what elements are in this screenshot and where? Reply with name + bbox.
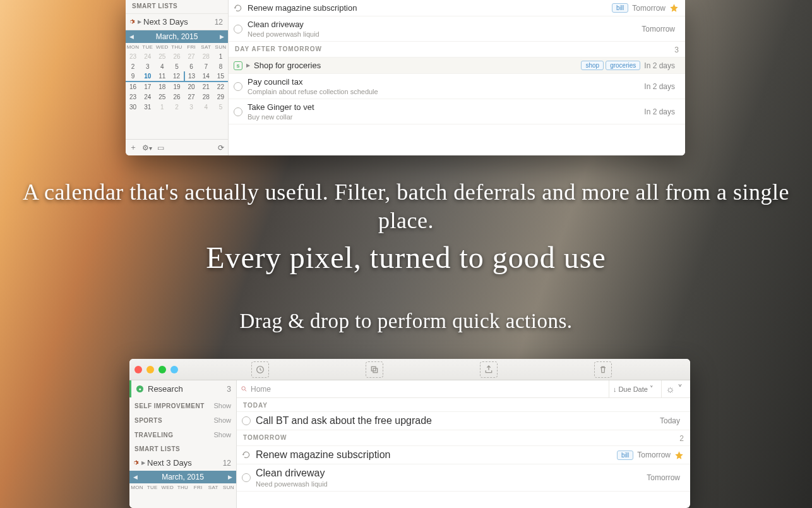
window-controls [134, 366, 178, 373]
task-row[interactable]: Call BT and ask about the free upgrade T… [237, 412, 690, 430]
section-count: 2 [679, 434, 684, 443]
sidebar-item-next-3-days[interactable]: ▶ Next 3 Days 12 [129, 455, 236, 471]
sidebar-item-count: 12 [215, 18, 223, 27]
drop-delete[interactable] [594, 361, 612, 378]
clock-icon [255, 365, 265, 375]
task-row[interactable]: s ▶ Shop for groceries shop groceries In… [229, 57, 685, 74]
task-title: Call BT and ask about the free upgrade [256, 415, 660, 426]
sidebar-section-traveling[interactable]: TRAVELING Show [129, 426, 236, 441]
task-checkbox[interactable] [234, 107, 242, 116]
task-list: Renew magazine subscription bill Tomorro… [229, 0, 685, 155]
calendar-grid[interactable]: MONTUEWEDTHUFRISATSUN [129, 483, 236, 492]
task-note: Complain about refuse collection schedul… [248, 88, 644, 95]
calendar-next-button[interactable]: ▶ [220, 33, 224, 40]
task-checkbox[interactable] [234, 82, 242, 91]
task-title: Shop for groceries [254, 61, 581, 70]
disclosure-triangle-icon: ▶ [141, 460, 145, 466]
task-note: Need powerwash liquid [256, 480, 647, 488]
sublist-indicator-icon[interactable]: s [234, 61, 242, 70]
drop-share[interactable] [480, 361, 498, 378]
task-due: In 2 days [644, 107, 675, 116]
list-toolbar: Home ↓ Due Date ˅ ☼ ˅ [237, 380, 690, 398]
disclosure-triangle-icon[interactable]: ▶ [246, 63, 250, 68]
task-tag[interactable]: bill [612, 3, 628, 13]
sidebar-item-label: Research [148, 384, 227, 394]
marketing-line-1: A calendar that's actually useful. Filte… [0, 178, 812, 235]
task-tag[interactable]: shop [581, 61, 604, 70]
task-checkbox[interactable] [234, 25, 242, 33]
zoom-button[interactable] [158, 366, 166, 373]
task-row[interactable]: Pay council tax Complain about refuse co… [229, 74, 685, 99]
duplicate-icon [369, 365, 379, 375]
extra-button[interactable] [170, 366, 178, 373]
sidebar-section-self-improvement[interactable]: SELF IMPROVEMENT Show [129, 397, 236, 412]
section-show-button[interactable]: Show [213, 431, 231, 438]
calendar-header: ◀ March, 2015 ▶ [126, 30, 228, 43]
sidebar-footer: ＋ ⚙︎▾ ▭ ⟳ [126, 139, 228, 155]
calendar-prev-button[interactable]: ◀ [133, 474, 138, 480]
section-header-tomorrow: TOMORROW 2 [237, 430, 690, 446]
marketing-line-3: Drag & drop to perform quick actions. [0, 310, 812, 333]
calendar-prev-button[interactable]: ◀ [129, 33, 134, 40]
task-due: Tomorrow [632, 4, 666, 13]
task-title: Clean driveway [248, 20, 642, 29]
share-icon [484, 365, 494, 375]
task-tag[interactable]: bill [617, 451, 633, 460]
repeat-icon [234, 4, 242, 13]
sync-button[interactable]: ⟳ [218, 143, 224, 152]
calendar-next-button[interactable]: ▶ [228, 474, 232, 480]
section-show-button[interactable]: Show [213, 402, 231, 409]
task-due: In 2 days [644, 82, 675, 91]
gear-icon [132, 459, 139, 466]
bottom-app-window: ● Research 3 SELF IMPROVEMENT Show SPORT… [129, 359, 690, 508]
list-color-icon: ● [136, 385, 143, 392]
drop-schedule[interactable] [251, 361, 269, 378]
sidebar-item-next-3-days[interactable]: ▶ Next 3 Days 12 [126, 13, 228, 30]
task-checkbox[interactable] [242, 416, 251, 425]
task-note: Need powerwash liquid [248, 30, 642, 38]
sidebar-section-smart-lists: SMART LISTS [126, 0, 228, 13]
section-header-day-after-tomorrow: DAY AFTER TOMORROW 3 [229, 42, 685, 57]
sidebar-item-label: Next 3 Days [147, 458, 223, 468]
task-row[interactable]: Renew magazine subscription bill Tomorro… [229, 0, 685, 16]
task-due: In 2 days [644, 61, 675, 70]
task-row[interactable]: Take Ginger to vet Buy new collar In 2 d… [229, 99, 685, 124]
sidebar-item-count: 3 [227, 385, 231, 394]
task-due: Tomorrow [637, 451, 671, 459]
sidebar-section-smart-lists: SMART LISTS [129, 441, 236, 455]
drop-targets [178, 361, 685, 378]
task-tag[interactable]: groceries [606, 61, 640, 70]
task-note: Buy new collar [248, 113, 644, 121]
calendar-toggle[interactable]: ▭ [157, 143, 164, 152]
task-title: Renew magazine subscription [248, 3, 612, 13]
view-options-button[interactable]: ☼ ˅ [661, 380, 686, 397]
drop-duplicate[interactable] [366, 361, 383, 378]
sidebar-section-sports[interactable]: SPORTS Show [129, 412, 236, 426]
section-count: 3 [674, 45, 679, 54]
sidebar-item-research[interactable]: ● Research 3 [129, 380, 236, 397]
task-row[interactable]: Clean driveway Need powerwash liquid Tom… [237, 464, 690, 492]
add-button[interactable]: ＋ [129, 142, 137, 153]
section-show-button[interactable]: Show [213, 416, 231, 424]
star-icon[interactable] [674, 451, 684, 460]
task-title: Renew magazine subscription [256, 449, 617, 461]
marketing-line-2: Every pixel, turned to good use [0, 240, 812, 275]
settings-button[interactable]: ⚙︎▾ [142, 143, 152, 152]
task-row[interactable]: Renew magazine subscription bill Tomorro… [237, 446, 690, 464]
sort-menu[interactable]: ↓ Due Date ˅ [609, 380, 657, 397]
close-button[interactable] [134, 366, 142, 373]
calendar-title: March, 2015 [156, 32, 198, 41]
calendar-header: ◀ March, 2015 ▶ [129, 471, 236, 483]
calendar-grid[interactable]: MONTUEWEDTHUFRISATSUN 2324252627281 2345… [126, 43, 228, 112]
gear-icon [128, 18, 135, 25]
task-row[interactable]: Clean driveway Need powerwash liquid Tom… [229, 16, 685, 42]
svg-point-3 [242, 387, 246, 390]
sidebar-item-count: 12 [223, 459, 231, 468]
task-title: Pay council tax [248, 77, 644, 87]
search-field[interactable]: Home [241, 385, 605, 394]
task-title: Take Ginger to vet [248, 102, 644, 112]
star-icon[interactable] [669, 3, 679, 13]
task-checkbox[interactable] [242, 473, 251, 482]
trash-icon [598, 365, 608, 375]
minimize-button[interactable] [146, 366, 154, 373]
